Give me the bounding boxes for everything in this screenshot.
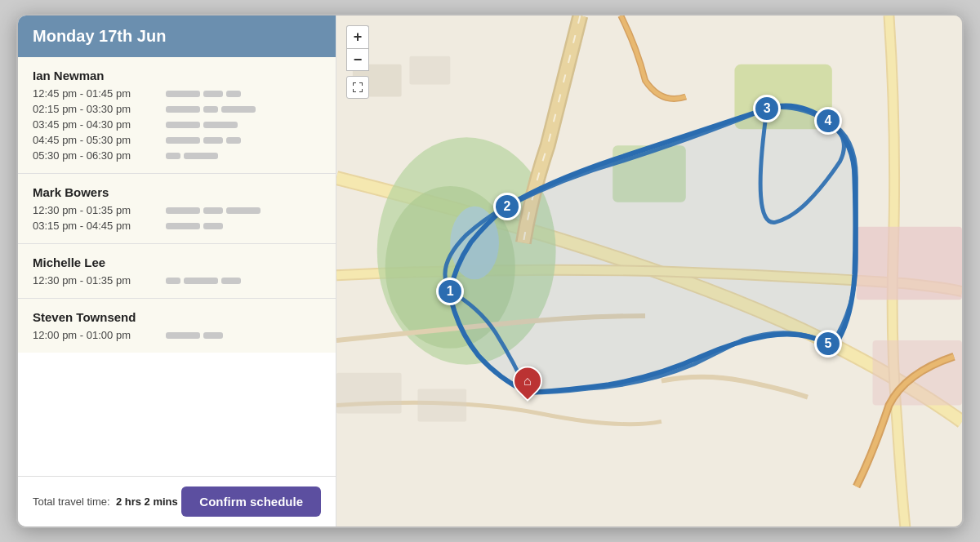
person-name: Steven Townsend [33,310,321,324]
schedule-bar [203,332,223,339]
time-label: 12:45 pm - 01:45 pm [33,87,159,100]
map-area: + − 12345⌂ [336,16,962,526]
schedule-bar [226,207,261,214]
map-pin-5: 5 [814,330,842,358]
time-row: 03:45 pm - 04:30 pm [33,118,321,131]
date-title: Monday 17th Jun [33,27,166,45]
bar-group [166,207,261,214]
map-pin-4: 4 [814,107,842,135]
time-label: 04:45 pm - 05:30 pm [33,134,159,146]
map-controls: + − [346,25,369,99]
schedule-bar [226,91,241,97]
route-overlay [336,16,962,526]
schedule-bar [184,153,218,159]
sidebar-footer: Total travel time: 2 hrs 2 mins Confirm … [18,476,336,526]
bar-group [166,106,256,113]
sidebar-content: Ian Newman12:45 pm - 01:45 pm02:15 pm - … [18,57,336,476]
bar-group [166,223,223,229]
travel-time-label: Total travel time: 2 hrs 2 mins [33,495,178,508]
bar-group [166,278,241,284]
time-row: 12:00 pm - 01:00 pm [33,329,321,341]
person-section: Michelle Lee12:30 pm - 01:35 pm [18,244,336,299]
schedule-bar [203,223,223,229]
bar-group [166,91,241,97]
time-label: 12:00 pm - 01:00 pm [33,329,159,341]
confirm-schedule-button[interactable]: Confirm schedule [181,486,321,517]
svg-rect-17 [353,89,354,92]
schedule-bar [221,106,256,113]
schedule-bar [221,278,241,284]
map-pin-2: 2 [493,193,521,220]
map-pin-3: 3 [753,95,781,122]
person-section: Ian Newman12:45 pm - 01:45 pm02:15 pm - … [18,57,336,174]
schedule-bar [166,332,200,339]
schedule-bar [166,106,200,113]
person-section: Steven Townsend12:00 pm - 01:00 pm [18,299,336,353]
home-icon: ⌂ [523,374,532,389]
time-label: 12:30 pm - 01:35 pm [33,204,159,216]
time-label: 12:30 pm - 01:35 pm [33,274,159,287]
person-name: Michelle Lee [33,255,321,269]
person-section: Mark Bowers12:30 pm - 01:35 pm03:15 pm -… [18,174,336,244]
schedule-bar [166,122,200,128]
time-row: 12:30 pm - 01:35 pm [33,204,321,216]
schedule-bar [166,153,180,159]
zoom-out-button[interactable]: − [346,48,369,71]
svg-rect-13 [353,82,354,86]
person-name: Ian Newman [33,69,321,82]
schedule-bar [184,278,218,284]
schedule-bar [166,207,200,214]
schedule-bar [166,223,200,229]
schedule-bar [166,278,180,284]
schedule-bar [203,106,218,113]
time-row: 05:30 pm - 06:30 pm [33,149,321,162]
schedule-bar [166,137,200,144]
schedule-bar [203,122,238,128]
fullscreen-button[interactable] [346,76,369,99]
time-row: 02:15 pm - 03:30 pm [33,103,321,115]
svg-rect-19 [362,89,363,92]
schedule-bar [203,137,223,144]
bar-group [166,137,241,144]
fullscreen-icon [352,82,363,93]
sidebar: Monday 17th Jun Ian Newman12:45 pm - 01:… [18,16,336,526]
time-label: 02:15 pm - 03:30 pm [33,103,159,115]
time-row: 03:15 pm - 04:45 pm [33,220,321,232]
zoom-in-button[interactable]: + [346,25,369,48]
schedule-bar [166,91,200,97]
time-label: 03:15 pm - 04:45 pm [33,220,159,232]
person-name: Mark Bowers [33,185,321,199]
time-label: 05:30 pm - 06:30 pm [33,149,159,162]
svg-rect-15 [362,82,363,86]
bar-group [166,153,218,159]
bar-group [166,332,223,339]
main-container: Monday 17th Jun Ian Newman12:45 pm - 01:… [16,14,964,528]
map-pin-1: 1 [436,278,464,305]
bar-group [166,122,238,128]
time-row: 12:45 pm - 01:45 pm [33,87,321,100]
time-row: 04:45 pm - 05:30 pm [33,134,321,146]
schedule-bar [203,207,223,214]
time-row: 12:30 pm - 01:35 pm [33,274,321,287]
schedule-bar [203,91,223,97]
travel-time-value: 2 hrs 2 mins [116,495,178,508]
time-label: 03:45 pm - 04:30 pm [33,118,159,131]
sidebar-header: Monday 17th Jun [18,16,336,57]
schedule-bar [226,137,241,144]
